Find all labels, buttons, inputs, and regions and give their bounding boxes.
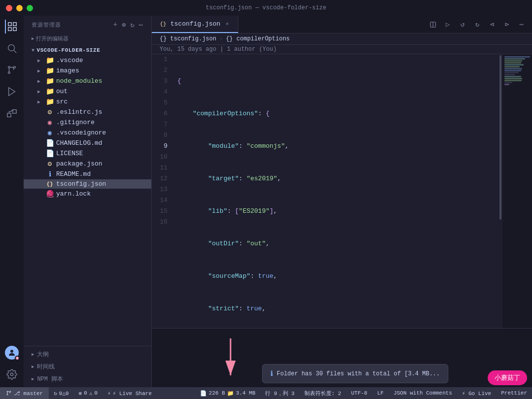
sidebar: 资源管理器 + ⊕ ↻ ⋯ ▶ 打开的编辑器 ▼ VSCODE-FOLDER-S… (24, 16, 152, 387)
prev-editor-button[interactable]: ⊲ (486, 18, 499, 31)
folder-icon: 📁 (227, 390, 234, 397)
run-button[interactable]: ▷ (441, 18, 454, 31)
line-ending-item[interactable]: LF (372, 387, 389, 399)
language-item[interactable]: JSON with Comments (389, 387, 457, 399)
svg-point-19 (10, 391, 11, 392)
chevron-icon: ▶ (32, 376, 34, 382)
file-vscodeignore[interactable]: ◉ .vscodeignore (24, 128, 151, 138)
maximize-button[interactable] (27, 5, 33, 11)
svg-point-8 (14, 66, 16, 68)
file-size-item[interactable]: 📄 226 B 📁 3.4 MB (195, 387, 261, 399)
file-license[interactable]: 📄 LICENSE (24, 148, 151, 159)
next-editor-button[interactable]: ⊳ (500, 18, 513, 31)
source-control-activity-icon[interactable] (5, 63, 19, 77)
warning-count: 0 (95, 390, 98, 396)
folder-images[interactable]: ▶ 📁 images (24, 66, 151, 76)
folder-icon: 📁 (45, 56, 54, 65)
folder-src[interactable]: ▶ 📁 src (24, 97, 151, 107)
notification-badge: 1 (15, 356, 20, 361)
sync-status-item[interactable]: ↻ 0△0 (49, 387, 73, 399)
extensions-activity-icon[interactable] (5, 106, 19, 120)
search-activity-icon[interactable] (5, 41, 19, 55)
language-label: JSON with Comments (394, 390, 452, 396)
file-package-json[interactable]: ⚙ package.json (24, 159, 151, 169)
outline-panel[interactable]: ▶ 大纲 (24, 348, 151, 361)
scrollbar-thumb[interactable] (499, 55, 501, 220)
readme-icon: ℹ (45, 170, 54, 178)
watermark: 小蘑菇丁 (488, 370, 527, 385)
errors-item[interactable]: ⊗ 0 ⚠ 0 (74, 387, 102, 399)
breadcrumb-section[interactable]: {} compilerOptions (226, 35, 290, 42)
open-editors-section: ▶ 打开的编辑器 (24, 32, 151, 45)
code-editor[interactable]: 1 2 3 4 5 6 7 8 9 10 11 12 13 14 15 16 { (152, 54, 532, 328)
package-icon: ⚙ (45, 160, 54, 168)
project-root-label[interactable]: ▼ VSCODE-FOLDER-SIZE (24, 45, 151, 55)
branch-name: ⎇ master (14, 390, 43, 397)
notification-bar: ℹ Folder has 30 files with a total of [3… (262, 364, 448, 383)
svg-point-17 (7, 391, 8, 392)
sidebar-actions[interactable]: + ⊕ ↻ ⋯ (113, 21, 143, 29)
settings-activity-icon[interactable] (5, 367, 19, 381)
chevron-down-icon: ▼ (32, 48, 35, 53)
revert-button[interactable]: ↺ (456, 18, 469, 31)
tab-bar: {} tsconfig.json × ▷ ↺ ↻ ⊲ ⊳ ⋯ (152, 16, 532, 33)
explorer-activity-icon[interactable] (5, 20, 19, 33)
npm-scripts-label: NPM 脚本 (37, 375, 63, 383)
chevron-down-icon: ▶ (32, 36, 34, 41)
file-eslintrc[interactable]: ⚙ .eslintrc.js (24, 107, 151, 117)
outline-label: 大纲 (37, 350, 49, 359)
error-icon: ⊗ (79, 390, 82, 397)
run-activity-icon[interactable] (5, 85, 19, 99)
encoding-label: UTF-8 (351, 390, 367, 396)
svg-point-18 (7, 394, 8, 395)
git-branch-item[interactable]: ⎇ master (0, 387, 49, 399)
collapse-icon[interactable]: ⋯ (139, 21, 143, 29)
svg-rect-2 (8, 28, 11, 31)
sidebar-header: 资源管理器 + ⊕ ↻ ⋯ (24, 16, 151, 32)
tab-file-icon: {} (159, 21, 167, 27)
new-file-icon[interactable]: + (113, 21, 118, 29)
file-readme[interactable]: ℹ README.md (24, 169, 151, 179)
file-tsconfig[interactable]: {} tsconfig.json (24, 179, 151, 189)
notification-icon: ℹ (270, 369, 273, 378)
svg-rect-3 (13, 28, 16, 31)
folder-vscode[interactable]: ▶ 📁 .vscode (24, 55, 151, 66)
prettier-item[interactable]: Prettier (496, 387, 532, 399)
folder-out[interactable]: ▶ 📁 out (24, 86, 151, 97)
forward-button[interactable]: ↻ (471, 18, 484, 31)
close-button[interactable] (6, 5, 12, 11)
branch-icon (6, 390, 12, 396)
refresh-icon[interactable]: ↻ (130, 21, 134, 29)
sidebar-title: 资源管理器 (32, 21, 61, 29)
more-actions-button[interactable]: ⋯ (515, 18, 528, 31)
go-live-item[interactable]: ⚡ Go Live (457, 387, 496, 399)
open-editors-label[interactable]: ▶ 打开的编辑器 (24, 34, 151, 43)
live-share-item[interactable]: ⚡ ⚡ Live Share (102, 387, 157, 399)
folder-node-modules[interactable]: ▶ 📁 node_modules (24, 76, 151, 86)
folder-icon: 📁 (45, 77, 54, 85)
file-gitignore[interactable]: ◉ .gitignore (24, 117, 151, 128)
live-share-icon: ⚡ (107, 390, 111, 397)
file-size-value: 226 B (209, 390, 225, 396)
account-icon[interactable]: 1 (5, 346, 19, 360)
window-controls[interactable] (6, 5, 33, 11)
minimize-button[interactable] (16, 5, 23, 11)
split-editor-button[interactable] (427, 18, 439, 31)
chevron-icon: ▶ (32, 352, 34, 357)
status-bar-right: 📄 226 B 📁 3.4 MB 行 9，列 3 制表符长度: 2 UTF-8 … (195, 387, 532, 399)
timeline-panel[interactable]: ▶ 时间线 (24, 361, 151, 373)
svg-line-5 (14, 50, 16, 53)
tab-size-item[interactable]: 制表符长度: 2 (299, 387, 346, 399)
file-changelog[interactable]: 📄 CHANGELOG.md (24, 138, 151, 148)
file-yarn-lock[interactable]: 🧶 yarn.lock (24, 189, 151, 199)
position-item[interactable]: 行 9，列 3 (260, 387, 299, 399)
tab-close-button[interactable]: × (223, 20, 231, 28)
npm-scripts-panel[interactable]: ▶ NPM 脚本 (24, 373, 151, 385)
breadcrumb-file[interactable]: {} tsconfig.json (160, 35, 216, 42)
code-content[interactable]: { "compilerOptions": { "module": "common… (173, 54, 502, 328)
file-changelog-label: CHANGELOG.md (56, 139, 102, 147)
tab-tsconfig[interactable]: {} tsconfig.json × (152, 16, 238, 33)
encoding-item[interactable]: UTF-8 (346, 387, 372, 399)
new-folder-icon[interactable]: ⊕ (122, 21, 126, 29)
folder-vscode-label: .vscode (56, 57, 83, 64)
